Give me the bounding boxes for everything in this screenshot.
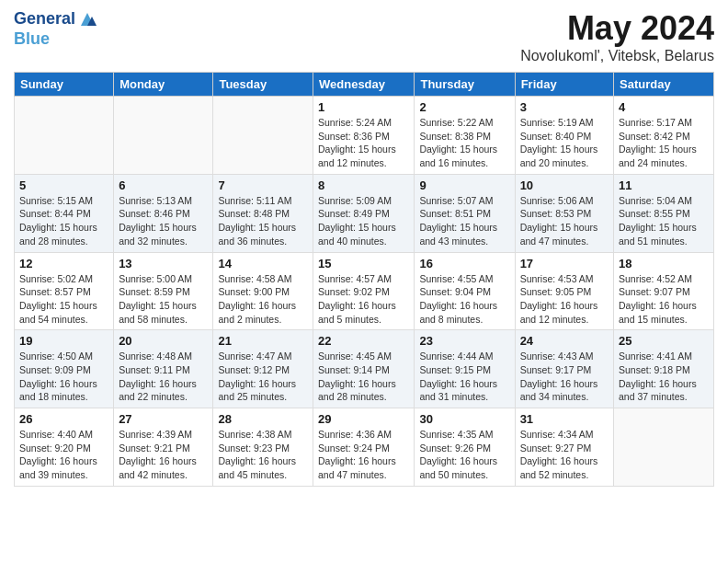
day-number: 6 xyxy=(119,178,208,192)
day-info: Sunrise: 4:41 AMSunset: 9:18 PMDaylight:… xyxy=(619,350,709,404)
day-info: Sunrise: 4:39 AMSunset: 9:21 PMDaylight:… xyxy=(119,428,208,482)
column-header-tuesday: Tuesday xyxy=(213,73,313,97)
calendar-cell xyxy=(15,97,114,175)
column-header-monday: Monday xyxy=(114,73,213,97)
day-info: Sunrise: 4:50 AMSunset: 9:09 PMDaylight:… xyxy=(19,350,108,404)
day-number: 14 xyxy=(218,257,308,270)
day-info: Sunrise: 4:45 AMSunset: 9:14 PMDaylight:… xyxy=(318,350,409,404)
day-number: 26 xyxy=(19,412,108,426)
month-title: May 2024 xyxy=(520,9,714,48)
calendar-cell: 14Sunrise: 4:58 AMSunset: 9:00 PMDayligh… xyxy=(213,252,313,330)
day-info: Sunrise: 4:52 AMSunset: 9:07 PMDaylight:… xyxy=(619,272,709,327)
calendar-cell: 1Sunrise: 5:24 AMSunset: 8:36 PMDaylight… xyxy=(313,97,415,175)
column-header-thursday: Thursday xyxy=(415,73,515,97)
calendar-cell: 13Sunrise: 5:00 AMSunset: 8:59 PMDayligh… xyxy=(114,252,213,330)
day-number: 11 xyxy=(619,178,709,192)
column-header-sunday: Sunday xyxy=(15,73,114,97)
calendar-cell xyxy=(114,97,213,175)
day-number: 28 xyxy=(218,412,308,426)
day-number: 7 xyxy=(218,178,308,192)
calendar-cell xyxy=(213,97,313,175)
day-info: Sunrise: 5:17 AMSunset: 8:42 PMDaylight:… xyxy=(619,116,709,170)
day-number: 8 xyxy=(318,178,409,192)
calendar-week-row: 5Sunrise: 5:15 AMSunset: 8:44 PMDaylight… xyxy=(15,174,714,252)
calendar-week-row: 19Sunrise: 4:50 AMSunset: 9:09 PMDayligh… xyxy=(15,330,714,408)
day-number: 25 xyxy=(619,334,709,348)
day-info: Sunrise: 4:35 AMSunset: 9:26 PMDaylight:… xyxy=(419,428,509,482)
logo: General Blue xyxy=(14,9,97,49)
day-info: Sunrise: 5:15 AMSunset: 8:44 PMDaylight:… xyxy=(19,194,108,248)
calendar-cell: 7Sunrise: 5:11 AMSunset: 8:48 PMDaylight… xyxy=(213,174,313,252)
calendar-cell: 8Sunrise: 5:09 AMSunset: 8:49 PMDaylight… xyxy=(313,174,415,252)
calendar-cell: 15Sunrise: 4:57 AMSunset: 9:02 PMDayligh… xyxy=(313,252,415,330)
calendar-cell: 2Sunrise: 5:22 AMSunset: 8:38 PMDaylight… xyxy=(415,97,515,175)
day-number: 20 xyxy=(119,334,208,348)
calendar-cell: 18Sunrise: 4:52 AMSunset: 9:07 PMDayligh… xyxy=(614,252,714,330)
calendar-week-row: 26Sunrise: 4:40 AMSunset: 9:20 PMDayligh… xyxy=(15,408,714,487)
day-info: Sunrise: 5:13 AMSunset: 8:46 PMDaylight:… xyxy=(119,194,208,248)
day-number: 2 xyxy=(419,100,509,114)
calendar-week-row: 12Sunrise: 5:02 AMSunset: 8:57 PMDayligh… xyxy=(15,252,714,330)
day-number: 16 xyxy=(419,257,509,270)
day-number: 15 xyxy=(318,257,409,270)
column-header-saturday: Saturday xyxy=(614,73,714,97)
day-number: 3 xyxy=(520,100,609,114)
day-number: 27 xyxy=(119,412,208,426)
calendar-cell: 28Sunrise: 4:38 AMSunset: 9:23 PMDayligh… xyxy=(213,408,313,487)
day-info: Sunrise: 4:44 AMSunset: 9:15 PMDaylight:… xyxy=(419,350,509,404)
calendar-cell: 10Sunrise: 5:06 AMSunset: 8:53 PMDayligh… xyxy=(515,174,613,252)
day-number: 10 xyxy=(520,178,609,192)
calendar-cell: 31Sunrise: 4:34 AMSunset: 9:27 PMDayligh… xyxy=(515,408,613,487)
day-number: 22 xyxy=(318,334,409,348)
day-info: Sunrise: 5:11 AMSunset: 8:48 PMDaylight:… xyxy=(218,194,308,248)
day-info: Sunrise: 4:34 AMSunset: 9:27 PMDaylight:… xyxy=(520,428,609,482)
column-header-friday: Friday xyxy=(515,73,613,97)
logo-icon xyxy=(77,9,97,29)
day-number: 17 xyxy=(520,257,609,270)
day-number: 4 xyxy=(619,100,709,114)
calendar-cell: 27Sunrise: 4:39 AMSunset: 9:21 PMDayligh… xyxy=(114,408,213,487)
day-number: 31 xyxy=(520,412,609,426)
day-info: Sunrise: 5:19 AMSunset: 8:40 PMDaylight:… xyxy=(520,116,609,170)
day-number: 12 xyxy=(19,257,108,270)
calendar-cell: 19Sunrise: 4:50 AMSunset: 9:09 PMDayligh… xyxy=(15,330,114,408)
calendar-cell: 30Sunrise: 4:35 AMSunset: 9:26 PMDayligh… xyxy=(415,408,515,487)
calendar-cell: 26Sunrise: 4:40 AMSunset: 9:20 PMDayligh… xyxy=(15,408,114,487)
calendar-cell: 12Sunrise: 5:02 AMSunset: 8:57 PMDayligh… xyxy=(15,252,114,330)
calendar-header-row: SundayMondayTuesdayWednesdayThursdayFrid… xyxy=(15,73,714,97)
day-number: 29 xyxy=(318,412,409,426)
day-number: 21 xyxy=(218,334,308,348)
calendar-cell: 21Sunrise: 4:47 AMSunset: 9:12 PMDayligh… xyxy=(213,330,313,408)
day-info: Sunrise: 4:38 AMSunset: 9:23 PMDaylight:… xyxy=(218,428,308,482)
calendar-cell: 3Sunrise: 5:19 AMSunset: 8:40 PMDaylight… xyxy=(515,97,613,175)
calendar-cell: 4Sunrise: 5:17 AMSunset: 8:42 PMDaylight… xyxy=(614,97,714,175)
day-info: Sunrise: 5:07 AMSunset: 8:51 PMDaylight:… xyxy=(419,194,509,248)
logo-text: General Blue xyxy=(14,9,97,49)
day-info: Sunrise: 4:40 AMSunset: 9:20 PMDaylight:… xyxy=(19,428,108,482)
day-info: Sunrise: 4:58 AMSunset: 9:00 PMDaylight:… xyxy=(218,272,308,327)
calendar-cell: 20Sunrise: 4:48 AMSunset: 9:11 PMDayligh… xyxy=(114,330,213,408)
day-info: Sunrise: 4:53 AMSunset: 9:05 PMDaylight:… xyxy=(520,272,609,327)
calendar-cell: 6Sunrise: 5:13 AMSunset: 8:46 PMDaylight… xyxy=(114,174,213,252)
title-block: May 2024 Novolukoml', Vitebsk, Belarus xyxy=(520,9,714,64)
day-number: 24 xyxy=(520,334,609,348)
day-info: Sunrise: 4:43 AMSunset: 9:17 PMDaylight:… xyxy=(520,350,609,404)
page-header: General Blue May 2024 Novolukoml', Viteb… xyxy=(14,9,714,64)
day-number: 30 xyxy=(419,412,509,426)
day-number: 5 xyxy=(19,178,108,192)
day-info: Sunrise: 5:24 AMSunset: 8:36 PMDaylight:… xyxy=(318,116,409,170)
calendar-cell xyxy=(614,408,714,487)
day-info: Sunrise: 4:57 AMSunset: 9:02 PMDaylight:… xyxy=(318,272,409,327)
day-info: Sunrise: 5:09 AMSunset: 8:49 PMDaylight:… xyxy=(318,194,409,248)
calendar-cell: 29Sunrise: 4:36 AMSunset: 9:24 PMDayligh… xyxy=(313,408,415,487)
day-info: Sunrise: 4:55 AMSunset: 9:04 PMDaylight:… xyxy=(419,272,509,327)
day-info: Sunrise: 4:47 AMSunset: 9:12 PMDaylight:… xyxy=(218,350,308,404)
day-info: Sunrise: 4:36 AMSunset: 9:24 PMDaylight:… xyxy=(318,428,409,482)
day-number: 19 xyxy=(19,334,108,348)
calendar-cell: 23Sunrise: 4:44 AMSunset: 9:15 PMDayligh… xyxy=(415,330,515,408)
day-number: 13 xyxy=(119,257,208,270)
calendar-week-row: 1Sunrise: 5:24 AMSunset: 8:36 PMDaylight… xyxy=(15,97,714,175)
day-number: 23 xyxy=(419,334,509,348)
day-info: Sunrise: 5:04 AMSunset: 8:55 PMDaylight:… xyxy=(619,194,709,248)
calendar-table: SundayMondayTuesdayWednesdayThursdayFrid… xyxy=(14,72,714,487)
